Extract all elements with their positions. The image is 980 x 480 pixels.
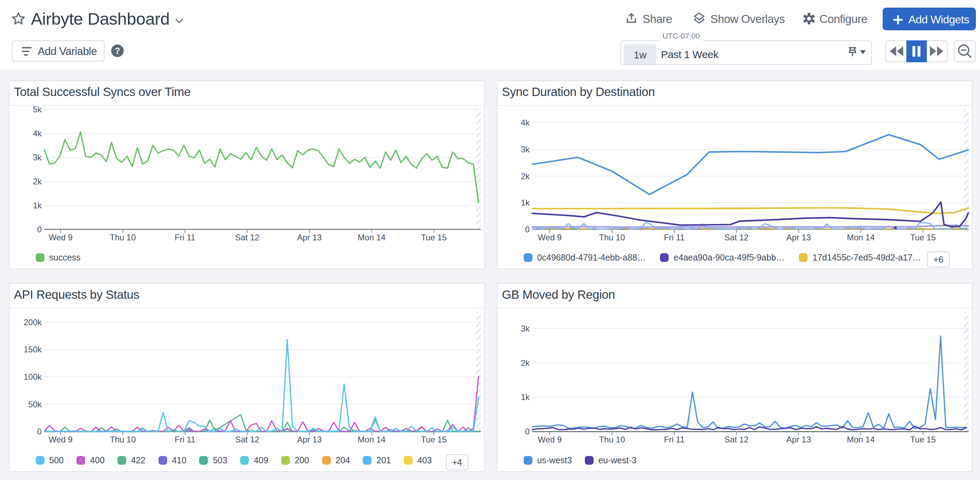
- svg-text:150k: 150k: [23, 345, 42, 354]
- svg-text:Thu 10: Thu 10: [599, 233, 625, 242]
- svg-text:Fri 11: Fri 11: [664, 435, 685, 444]
- svg-text:Sat 12: Sat 12: [235, 435, 259, 444]
- svg-text:Mon 14: Mon 14: [847, 233, 875, 242]
- svg-text:1k: 1k: [520, 198, 530, 207]
- svg-text:2k: 2k: [33, 177, 42, 186]
- svg-text:Mon 14: Mon 14: [358, 233, 385, 242]
- svg-text:0: 0: [37, 225, 41, 234]
- svg-text:Tue 15: Tue 15: [910, 233, 936, 242]
- svg-text:3k: 3k: [520, 145, 530, 154]
- svg-text:Mon 14: Mon 14: [847, 435, 875, 444]
- svg-text:Wed 9: Wed 9: [538, 233, 562, 242]
- svg-text:Thu 10: Thu 10: [110, 435, 136, 444]
- svg-text:Wed 9: Wed 9: [48, 233, 72, 242]
- svg-text:5k: 5k: [33, 105, 42, 114]
- svg-text:2k: 2k: [520, 358, 530, 368]
- svg-text:?: ?: [115, 46, 120, 56]
- svg-text:Thu 10: Thu 10: [110, 233, 136, 242]
- svg-text:Wed 9: Wed 9: [48, 435, 72, 444]
- svg-text:3k: 3k: [33, 153, 42, 162]
- svg-text:Thu 10: Thu 10: [599, 435, 625, 444]
- svg-text:200k: 200k: [23, 317, 42, 327]
- svg-text:Tue 15: Tue 15: [421, 435, 447, 444]
- svg-text:Mon 14: Mon 14: [358, 435, 385, 444]
- svg-text:Apr 13: Apr 13: [297, 435, 322, 444]
- svg-text:Apr 13: Apr 13: [786, 233, 811, 242]
- svg-text:4k: 4k: [520, 118, 530, 127]
- svg-text:Fri 11: Fri 11: [175, 233, 195, 242]
- svg-text:Wed 9: Wed 9: [538, 435, 562, 444]
- svg-text:3k: 3k: [520, 324, 530, 333]
- svg-text:0: 0: [37, 427, 41, 437]
- svg-text:Tue 15: Tue 15: [910, 435, 936, 444]
- svg-text:0: 0: [525, 427, 529, 437]
- svg-text:1k: 1k: [520, 393, 530, 402]
- svg-text:1k: 1k: [33, 201, 42, 210]
- svg-text:Sat 12: Sat 12: [724, 435, 748, 444]
- svg-text:2k: 2k: [520, 171, 530, 181]
- svg-text:50k: 50k: [28, 400, 42, 409]
- svg-text:Tue 15: Tue 15: [421, 233, 447, 242]
- svg-text:Sat 12: Sat 12: [724, 233, 748, 242]
- svg-text:4k: 4k: [33, 129, 42, 138]
- svg-text:Fri 11: Fri 11: [664, 233, 685, 242]
- svg-text:Fri 11: Fri 11: [175, 435, 195, 444]
- svg-text:Apr 13: Apr 13: [786, 435, 811, 444]
- svg-text:0: 0: [525, 225, 529, 234]
- svg-text:100k: 100k: [23, 372, 42, 381]
- svg-text:Apr 13: Apr 13: [297, 233, 322, 242]
- svg-text:Sat 12: Sat 12: [235, 233, 259, 242]
